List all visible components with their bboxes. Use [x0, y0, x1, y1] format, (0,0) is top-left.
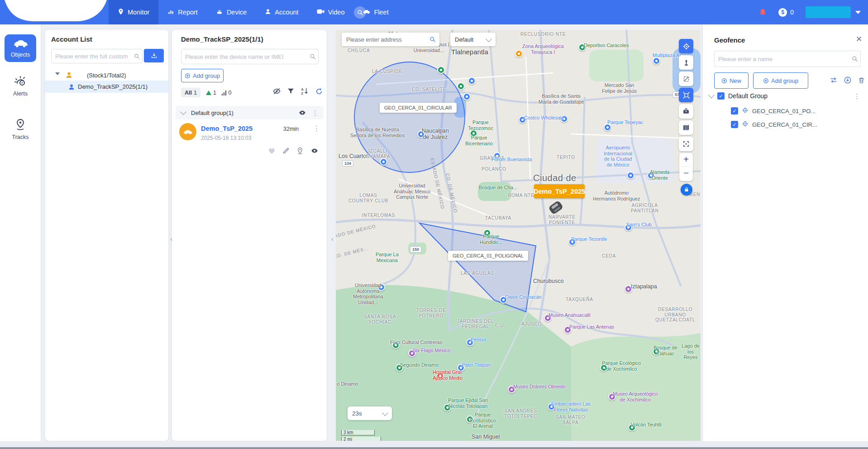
- geofence-item-row[interactable]: ✓ GEO_CERCA_01_CIR...: [731, 120, 862, 129]
- sidebar-item-label: Tracks: [5, 134, 36, 140]
- refresh-icon[interactable]: [315, 87, 323, 96]
- group-collapse-caret-icon[interactable]: [180, 109, 186, 115]
- map-layer-selected-value: Default: [455, 36, 473, 43]
- sidebar-item-tracks[interactable]: Tracks: [5, 119, 36, 140]
- map-place-label: Six Flags México: [413, 348, 450, 353]
- group-checkbox[interactable]: ✓: [717, 92, 725, 100]
- hide-all-eye-off-icon[interactable]: [272, 87, 281, 96]
- address-search-input[interactable]: [342, 36, 429, 43]
- filter-all-chip[interactable]: All1: [181, 88, 200, 97]
- chart-icon: [167, 9, 174, 16]
- add-geofence-group-button[interactable]: Add group: [753, 72, 808, 89]
- zoom-in-button[interactable]: +: [679, 153, 693, 166]
- polygon-geofence-label[interactable]: GEO_CERCA_01_POLIGONAL: [448, 251, 528, 261]
- online-triangle-icon: [206, 91, 211, 95]
- map-type-button[interactable]: [679, 120, 693, 135]
- map-poi-marker-park[interactable]: [457, 82, 465, 90]
- map-poi-marker-park[interactable]: [437, 66, 445, 74]
- vehicle-name-badge[interactable]: Demo_TsP_2025: [534, 184, 585, 198]
- favorite-heart-icon[interactable]: [268, 147, 276, 155]
- map-place-label: Parque Ecoturístico El Arenal: [470, 412, 496, 429]
- nav-item-label: Report: [178, 9, 198, 16]
- filter-online[interactable]: 1: [206, 90, 216, 96]
- tree-expand-caret-icon[interactable]: [55, 72, 60, 75]
- wallet-balance[interactable]: $ 0: [778, 8, 794, 17]
- device-toolbar-icons: AZ: [272, 87, 323, 96]
- map-poi-marker-camera[interactable]: [515, 50, 523, 57]
- geofence-item-row[interactable]: ✓ GEO_CERCA_01_PO...: [731, 107, 862, 115]
- group-kebab-menu[interactable]: ⋮: [312, 110, 319, 116]
- geofence-search-input[interactable]: [715, 56, 849, 62]
- geofence-tool-button[interactable]: [679, 39, 693, 53]
- measure-tool-button[interactable]: [679, 72, 693, 86]
- edit-pencil-icon[interactable]: [282, 147, 290, 154]
- account-tree-child-selected[interactable]: Demo_TrackSP_2025(1/1): [45, 81, 168, 93]
- device-search-input[interactable]: [181, 53, 307, 60]
- nav-item-label: Account: [275, 9, 298, 16]
- notification-bell-icon[interactable]: [759, 8, 767, 17]
- geofence-checkbox[interactable]: ✓: [731, 121, 738, 128]
- nav-item-monitor[interactable]: Monitor: [109, 0, 158, 24]
- geofence-group-kebab-menu[interactable]: ⋮: [854, 93, 860, 100]
- search-icon[interactable]: [849, 56, 860, 62]
- group-collapse-caret-icon[interactable]: [708, 92, 715, 98]
- user-name-chip[interactable]: [806, 6, 851, 18]
- new-geofence-button[interactable]: New: [714, 72, 749, 89]
- import-export-button[interactable]: [144, 49, 164, 62]
- map-canvas[interactable]: MateosRECLUSORIO NTECHILUCAUNITEC Campus…: [336, 30, 701, 441]
- sort-az-icon[interactable]: AZ: [300, 87, 309, 96]
- map-poi-marker-transit[interactable]: [463, 93, 471, 100]
- map-place-label: Perisur: [471, 337, 486, 343]
- fullscreen-button[interactable]: [679, 137, 693, 151]
- search-icon[interactable]: [307, 53, 318, 60]
- filter-funnel-icon[interactable]: [287, 87, 295, 95]
- map-place-label: JARDINES DEL PEDREGAL: [457, 319, 494, 329]
- device-kebab-menu[interactable]: ⋮: [313, 125, 320, 132]
- add-group-button[interactable]: Add group: [181, 69, 224, 82]
- close-icon[interactable]: ✕: [856, 34, 862, 44]
- import-circle-icon[interactable]: [844, 76, 852, 84]
- geofence-group-row[interactable]: ✓ Default Group ⋮: [709, 92, 863, 100]
- nav-item-device[interactable]: Device: [207, 0, 256, 24]
- map-poi-marker-transit[interactable]: [468, 77, 476, 85]
- map-poi-marker-transit[interactable]: [627, 172, 634, 179]
- map-place-label: Iztapalapa: [631, 283, 657, 290]
- transfer-icon[interactable]: [830, 76, 838, 84]
- geofence-checkbox[interactable]: ✓: [731, 107, 738, 115]
- zoom-out-button[interactable]: −: [679, 167, 693, 180]
- address-search-icon[interactable]: [429, 36, 436, 43]
- sidebar-item-alerts[interactable]: Alerts: [5, 75, 36, 97]
- visibility-eye-icon[interactable]: [310, 147, 319, 155]
- user-menu-caret-icon[interactable]: [855, 11, 861, 14]
- map-place-label: CHILUCA: [348, 48, 370, 53]
- nav-item-label: Monitor: [128, 9, 149, 16]
- map-place-label: Parque Tezozomoc: [468, 119, 493, 131]
- playback-pin-icon[interactable]: [296, 147, 304, 154]
- nav-item-account[interactable]: Account: [256, 0, 307, 24]
- trash-icon[interactable]: [858, 76, 865, 84]
- refresh-interval-select[interactable]: 23s: [348, 406, 392, 420]
- search-icon[interactable]: [131, 53, 142, 59]
- street-view-button[interactable]: [679, 55, 693, 70]
- device-name-link[interactable]: Demo_TsP_2025: [201, 125, 253, 132]
- map-place-label: Parque La Mexicana: [376, 252, 399, 263]
- device-group-header[interactable]: Default group(1) ⋮: [176, 106, 323, 119]
- toolbox-button[interactable]: [679, 104, 693, 119]
- nav-search-icon[interactable]: [354, 6, 366, 19]
- collapse-account-panel-handle[interactable]: ‹: [168, 231, 174, 246]
- nav-item-video[interactable]: Video: [308, 0, 354, 24]
- customer-search-input[interactable]: [52, 53, 131, 60]
- filter-offline[interactable]: 0: [222, 90, 231, 96]
- sidebar-item-objects[interactable]: Objects: [5, 34, 36, 62]
- geofence-panel: Geofence ✕ New Add group: [703, 24, 868, 441]
- circular-geofence-label[interactable]: GEO_CERCA_01_CIRCULAR: [380, 103, 457, 113]
- clear-geofence-button[interactable]: [679, 88, 693, 102]
- map-place-label: TAXQUEÑA: [566, 297, 593, 302]
- map-poi-marker-transit[interactable]: [380, 158, 387, 166]
- map-layer-select[interactable]: Default: [450, 33, 496, 46]
- account-tree-root[interactable]: (Stock1/Total2): [45, 70, 168, 81]
- nav-item-report[interactable]: Report: [158, 0, 207, 24]
- collapse-device-panel-handle[interactable]: ‹: [329, 231, 335, 246]
- map-lock-button[interactable]: [681, 184, 692, 196]
- group-visibility-eye-icon[interactable]: [298, 109, 306, 117]
